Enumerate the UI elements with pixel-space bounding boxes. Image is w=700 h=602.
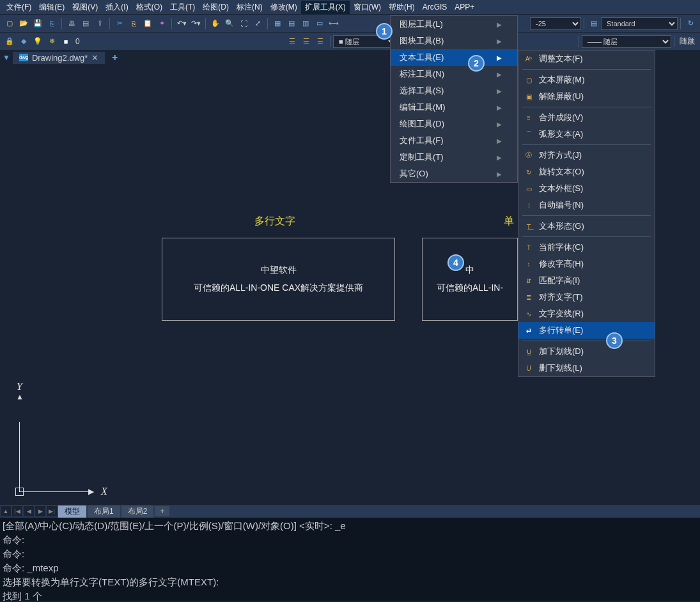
menu-tools[interactable]: 工具(T) — [166, 1, 199, 14]
open-icon[interactable]: 📂 — [18, 18, 29, 29]
toolbar-row-2: 🔒 ◆ 💡 ❄ ■ 0 ☰ ☰ ☰ ■ 随层 —— 随层 随颜 — [0, 32, 700, 50]
combo-standard[interactable]: Standard — [601, 17, 678, 30]
menu-arcgis[interactable]: ArcGIS — [419, 1, 451, 13]
layout-tab-model[interactable]: 模型 — [58, 506, 86, 518]
textstyle-icon[interactable]: ▤ — [588, 18, 600, 29]
layers-icon[interactable]: ☰ — [286, 36, 298, 47]
menuitem-edit-tools[interactable]: 编辑工具(M)▶ — [391, 99, 517, 116]
combo-sui2[interactable]: —— 随层 — [582, 35, 671, 48]
menuitem-custom-tools[interactable]: 定制工具(T)▶ — [391, 149, 517, 166]
drawing-canvas[interactable]: 多行文字 单 中望软件 可信赖的ALL-IN-ONE CAX解决方案提供商 中 … — [0, 65, 700, 505]
subitem-curfont[interactable]: T当前字体(C) — [518, 239, 655, 256]
print-icon[interactable]: 🖶 — [66, 18, 77, 29]
grid3-icon[interactable]: ▥ — [300, 18, 311, 29]
subitem-unmask[interactable]: ▣解除屏蔽(U) — [518, 88, 655, 105]
form-icon: T͟ — [524, 221, 534, 231]
combo-right[interactable]: -25 — [530, 17, 581, 30]
layout-tabbar: ▲ |◀ ◀ ▶ ▶| 模型 布局1 布局2 + — [0, 505, 700, 518]
ruler-icon[interactable]: ▭ — [314, 18, 325, 29]
mtext-box-left[interactable]: 中望软件 可信赖的ALL-IN-ONE CAX解决方案提供商 — [162, 238, 395, 321]
separator — [267, 18, 268, 29]
menuitem-block-tools[interactable]: 图块工具(B)▶ — [391, 33, 517, 49]
dim-icon[interactable]: ⟷ — [328, 18, 339, 29]
subitem-modheight[interactable]: ↕修改字高(H) — [518, 256, 655, 272]
copy-icon[interactable]: ⎘ — [128, 18, 139, 29]
lock-icon[interactable]: 🔒 — [4, 36, 15, 47]
layout-tab-1[interactable]: 布局1 — [88, 506, 120, 518]
menuitem-other[interactable]: 其它(O)▶ — [391, 166, 517, 182]
zoom-icon[interactable]: 🔍 — [224, 18, 235, 29]
menuitem-dim-tools[interactable]: 标注工具(N)▶ — [391, 66, 517, 82]
subitem-justify[interactable]: Ⓐ对齐方式(J) — [518, 147, 655, 164]
menu-app[interactable]: APP+ — [451, 1, 478, 13]
zoom-window-icon[interactable]: ⛶ — [238, 18, 249, 29]
subitem-add-underline[interactable]: U̲加下划线(D) — [518, 343, 655, 360]
menuitem-text-tools[interactable]: 文本工具(E)▶ — [391, 49, 517, 66]
matchprop-icon[interactable]: ✦ — [156, 18, 167, 29]
close-icon[interactable]: ✕ — [91, 53, 98, 63]
subitem-form[interactable]: T͟文本形态(G) — [518, 218, 655, 235]
saveall-icon[interactable]: ⎘ — [46, 18, 58, 29]
layout-tab-add[interactable]: + — [155, 506, 169, 516]
light-icon[interactable]: 💡 — [32, 36, 43, 47]
pan-icon[interactable]: ✋ — [210, 18, 221, 29]
tab-nav-first[interactable]: |◀ — [12, 506, 22, 516]
merge-icon: ≡ — [524, 112, 534, 123]
tab-expand-icon[interactable]: ▼ — [3, 53, 10, 62]
subitem-text-mask[interactable]: ▢文本屏蔽(M) — [518, 72, 655, 88]
menu-format[interactable]: 格式(O) — [132, 1, 166, 14]
color-swatch-icon[interactable]: ■ — [60, 36, 72, 47]
file-tab-active[interactable]: dwg Drawing2.dwg* ✕ — [13, 52, 105, 64]
layer-icon[interactable]: ◆ — [18, 36, 29, 47]
subitem-autonum[interactable]: ⁞自动编号(N) — [518, 197, 655, 213]
subitem-frame[interactable]: ▭文本外框(S) — [518, 180, 655, 197]
refresh-icon[interactable]: ↻ — [685, 18, 696, 29]
new-icon[interactable]: ▢ — [4, 18, 15, 29]
menu-insert[interactable]: 插入(I) — [102, 1, 132, 14]
menuitem-file-tools[interactable]: 文件工具(F)▶ — [391, 132, 517, 149]
tab-nav-next[interactable]: ▶ — [35, 506, 45, 516]
layers3-icon[interactable]: ☰ — [315, 36, 326, 47]
grid2-icon[interactable]: ▤ — [286, 18, 297, 29]
subitem-rotate[interactable]: ↻旋转文本(O) — [518, 164, 655, 180]
menu-modify[interactable]: 修改(M) — [267, 1, 301, 14]
save-icon[interactable]: 💾 — [32, 18, 43, 29]
subitem-arctext[interactable]: ⌒弧形文本(A) — [518, 126, 655, 143]
menuitem-layer-tools[interactable]: 图层工具(L)▶ — [391, 16, 517, 33]
mask-icon: ▢ — [524, 75, 534, 85]
subitem-adjust-text[interactable]: Aᵇ调整文本(F) — [518, 50, 655, 67]
preview-icon[interactable]: ▤ — [80, 18, 91, 29]
paste-icon[interactable]: 📋 — [142, 18, 153, 29]
freeze-icon[interactable]: ❄ — [46, 36, 58, 47]
menuitem-select-tools[interactable]: 选择工具(S)▶ — [391, 82, 517, 99]
menu-dim[interactable]: 标注(N) — [233, 1, 267, 14]
subitem-merge[interactable]: ≡合并成段(V) — [518, 109, 655, 126]
tab-nav-last[interactable]: ▶| — [47, 506, 57, 516]
publish-icon[interactable]: ⇪ — [94, 18, 105, 29]
menuitem-draw-tools[interactable]: 绘图工具(D)▶ — [391, 116, 517, 132]
cut-icon[interactable]: ✂ — [114, 18, 125, 29]
undo-icon[interactable]: ↶▾ — [176, 18, 187, 29]
command-line[interactable]: [全部(A)/中心(C)/动态(D)/范围(E)/上一个(P)/比例(S)/窗口… — [0, 518, 700, 601]
subitem-mtext-to-text[interactable]: ⇄多行转单(E) — [518, 322, 655, 339]
menu-help[interactable]: 帮助(H) — [385, 1, 419, 14]
menu-draw[interactable]: 绘图(D) — [199, 1, 233, 14]
new-tab-icon[interactable]: ✚ — [109, 52, 120, 63]
menu-view[interactable]: 视图(V) — [68, 1, 102, 14]
grid-icon[interactable]: ▦ — [272, 18, 283, 29]
menu-file[interactable]: 文件(F) — [3, 1, 35, 14]
layers2-icon[interactable]: ☰ — [300, 36, 312, 47]
menu-window[interactable]: 窗口(W) — [350, 1, 385, 14]
subitem-aligntext[interactable]: ≣对齐文字(T) — [518, 289, 655, 305]
zoom-ext-icon[interactable]: ⤢ — [252, 18, 263, 29]
redo-icon[interactable]: ↷▾ — [190, 18, 201, 29]
mtext-box-right[interactable]: 中 可信赖的ALL-IN- — [422, 238, 518, 321]
subitem-del-underline[interactable]: U删下划线(L) — [518, 360, 655, 376]
tab-nav-prev[interactable]: ◀ — [24, 506, 34, 516]
layout-tab-2[interactable]: 布局2 — [121, 506, 154, 518]
tab-nav-up[interactable]: ▲ — [1, 506, 11, 516]
subitem-matchheight[interactable]: ⇵匹配字高(I) — [518, 272, 655, 289]
menu-edit[interactable]: 编辑(E) — [35, 1, 68, 14]
subitem-curve[interactable]: ∿文字变线(R) — [518, 305, 655, 322]
menu-express[interactable]: 扩展工具(X) — [301, 1, 350, 14]
